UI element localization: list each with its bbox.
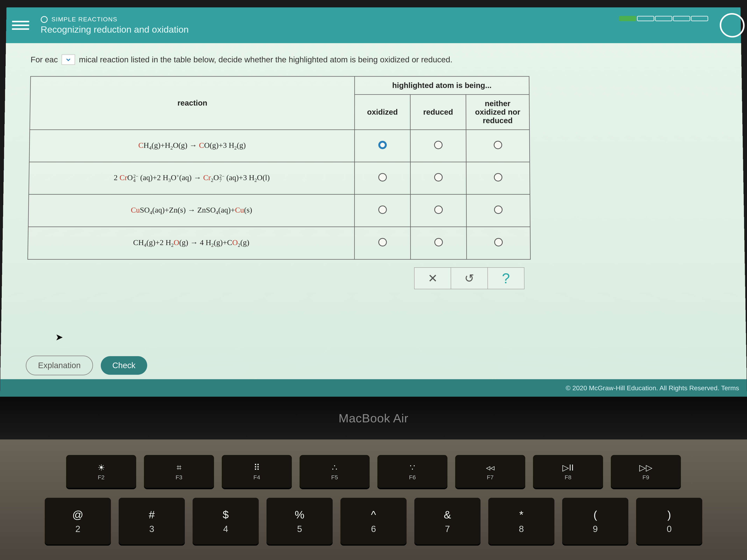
radio-cell <box>466 194 530 227</box>
radio-cell <box>466 227 531 259</box>
table-row: CH4(g)+H2O(g) → CO(g)+3 H2(g) <box>29 130 530 162</box>
table-header-row: reaction highlighted atom is being... <box>30 76 529 95</box>
radio-option[interactable] <box>378 141 387 149</box>
title-block: SIMPLE REACTIONS Recognizing reduction a… <box>41 16 189 35</box>
progress-seg <box>673 16 690 21</box>
tool-row: ✕ ↺ ? <box>414 267 524 289</box>
radio-option[interactable] <box>434 206 443 214</box>
radio-option[interactable] <box>434 238 443 246</box>
radio-cell <box>410 162 466 194</box>
radio-cell <box>466 130 530 162</box>
reaction-cell: 2 CrO2−4 (aq)+2 H3O+(aq) → Cr2O2−7 (aq)+… <box>29 162 355 194</box>
menu-icon[interactable] <box>12 17 29 34</box>
app-screen: SIMPLE REACTIONS Recognizing reduction a… <box>0 7 747 397</box>
table-row: CuSO4(aq)+Zn(s) → ZnSO4(aq)+Cu(s) <box>28 194 530 227</box>
check-button[interactable]: Check <box>101 356 147 375</box>
radio-option[interactable] <box>494 173 502 181</box>
radio-option[interactable] <box>494 238 503 246</box>
radio-option[interactable] <box>378 238 387 246</box>
radio-cell <box>466 162 530 194</box>
radio-option[interactable] <box>378 173 387 181</box>
page-title: Recognizing reduction and oxidation <box>41 24 189 35</box>
reactions-table: reaction highlighted atom is being... ox… <box>27 76 531 260</box>
dropdown-toggle[interactable] <box>62 54 75 65</box>
radio-option[interactable] <box>493 141 502 149</box>
table-row: CH4(g)+2 H2O(g) → 4 H2(g)+CO2(g) <box>28 227 531 259</box>
cursor-icon: ➤ <box>55 331 63 342</box>
radio-cell <box>355 162 410 194</box>
explanation-button[interactable]: Explanation <box>26 356 93 375</box>
laptop-brand: MacBook Air <box>0 397 747 439</box>
num-key: %5 <box>266 498 333 544</box>
col-reduced: reduced <box>410 95 466 130</box>
reaction-cell: CH4(g)+2 H2O(g) → 4 H2(g)+CO2(g) <box>28 227 355 259</box>
prompt-text: For eac mical reaction listed in the tab… <box>30 54 717 65</box>
radio-option[interactable] <box>494 206 503 214</box>
reaction-cell: CH4(g)+H2O(g) → CO(g)+3 H2(g) <box>29 130 355 162</box>
progress-seg <box>691 16 708 21</box>
progress-seg <box>619 16 636 21</box>
fn-key: ∵F6 <box>378 455 447 488</box>
bottom-bar: Explanation Check <box>26 356 747 375</box>
radio-cell <box>355 194 410 227</box>
radio-cell <box>355 130 410 162</box>
chevron-down-icon <box>65 56 72 63</box>
fn-key: ☀F2 <box>66 455 136 488</box>
table-row: 2 CrO2−4 (aq)+2 H3O+(aq) → Cr2O2−7 (aq)+… <box>29 162 530 194</box>
keyboard: ☀F2⌗F3⠿F4∴F5∵F6◃◃F7▷IIF8▷▷F9 @2#3$4%5^6&… <box>0 439 747 560</box>
num-key: &7 <box>414 498 481 544</box>
fn-key: ⌗F3 <box>144 455 214 488</box>
num-key: @2 <box>45 498 111 544</box>
col-oxidized: oxidized <box>355 95 410 130</box>
radio-cell <box>355 227 410 259</box>
radio-cell <box>410 194 466 227</box>
progress-bar <box>619 16 708 21</box>
fn-key: ⠿F4 <box>222 455 292 488</box>
col-neither: neither oxidized nor reduced <box>466 95 530 130</box>
footer: © 2020 McGraw-Hill Education. All Rights… <box>0 379 747 397</box>
num-key: #3 <box>119 498 185 544</box>
clear-button[interactable]: ✕ <box>415 268 451 289</box>
header-circle-icon[interactable] <box>720 13 745 37</box>
fn-key: ▷▷F9 <box>611 455 681 488</box>
col-group-header: highlighted atom is being... <box>355 76 529 95</box>
question-content: For eac mical reaction listed in the tab… <box>2 43 745 295</box>
col-reaction-header: reaction <box>30 76 355 130</box>
num-key: $4 <box>192 498 259 544</box>
radio-cell <box>410 130 466 162</box>
prompt-after: mical reaction listed in the table below… <box>79 55 452 64</box>
num-key: *8 <box>488 498 555 544</box>
app-header: SIMPLE REACTIONS Recognizing reduction a… <box>6 7 741 43</box>
fn-key: ∴F5 <box>300 455 369 488</box>
radio-option[interactable] <box>434 141 442 149</box>
category-label: SIMPLE REACTIONS <box>41 16 189 23</box>
prompt-before: For eac <box>30 55 58 64</box>
help-button[interactable]: ? <box>488 268 524 289</box>
num-key: )0 <box>636 498 702 544</box>
num-key: (9 <box>562 498 628 544</box>
radio-option[interactable] <box>434 173 442 181</box>
reaction-cell: CuSO4(aq)+Zn(s) → ZnSO4(aq)+Cu(s) <box>28 194 355 227</box>
progress-seg <box>655 16 672 21</box>
fn-key: ▷IIF8 <box>533 455 603 488</box>
fn-key: ◃◃F7 <box>455 455 525 488</box>
reset-button[interactable]: ↺ <box>451 268 488 289</box>
num-key: ^6 <box>340 498 407 544</box>
radio-cell <box>410 227 466 259</box>
progress-seg <box>637 16 654 21</box>
radio-option[interactable] <box>378 206 387 214</box>
